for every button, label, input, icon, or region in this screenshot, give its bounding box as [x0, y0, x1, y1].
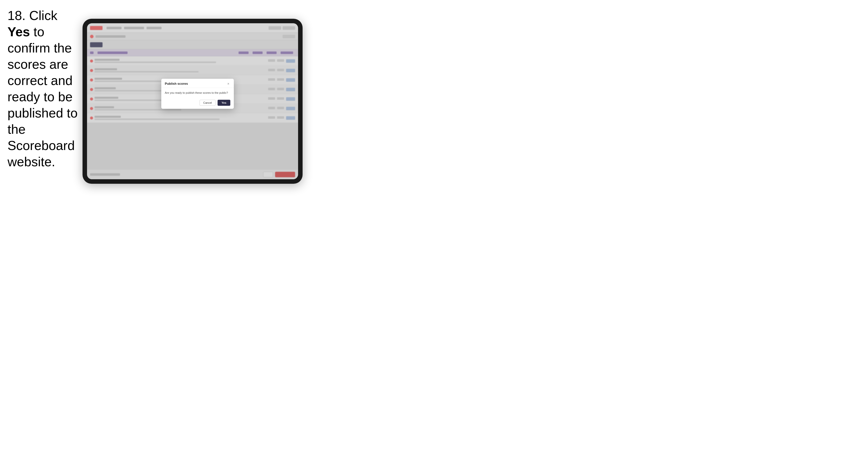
instruction-text: 18. Click Yes to confirm the scores are … [7, 7, 80, 170]
dialog-footer: Cancel Yes [161, 98, 234, 109]
text-part2: to confirm the scores are correct and re… [7, 25, 78, 169]
dialog-header: Publish scores × [161, 79, 234, 88]
tablet-screen: Publish scores × Are you ready to publis… [87, 23, 298, 179]
dialog-title: Publish scores [165, 82, 188, 86]
cancel-button[interactable]: Cancel [199, 100, 216, 106]
dialog-body: Are you ready to publish these scores to… [161, 88, 234, 98]
text-part1: Click [26, 8, 57, 23]
yes-button[interactable]: Yes [218, 100, 230, 106]
publish-scores-dialog: Publish scores × Are you ready to publis… [161, 79, 234, 109]
step-number: 18. [7, 8, 26, 23]
tablet-device: Publish scores × Are you ready to publis… [83, 19, 303, 184]
dialog-close-button[interactable]: × [226, 82, 230, 86]
bold-yes: Yes [7, 25, 30, 39]
dialog-message: Are you ready to publish these scores to… [165, 91, 230, 95]
dialog-overlay: Publish scores × Are you ready to publis… [87, 23, 298, 179]
